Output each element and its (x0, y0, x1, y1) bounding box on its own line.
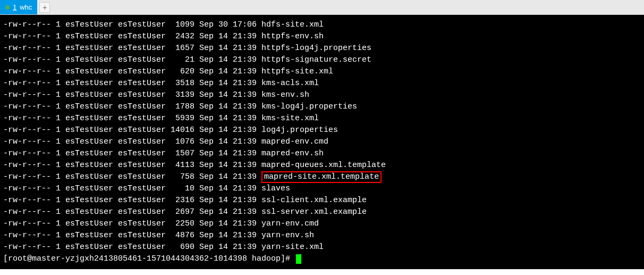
prompt-text: [root@master-yzjgxh2413805461-1571044304… (3, 253, 295, 265)
tab-number: 1 (13, 3, 16, 11)
file-listing-line: -rw-r--r-- 1 esTestUser esTestUser 2250 … (3, 218, 641, 230)
file-listing-line: -rw-r--r-- 1 esTestUser esTestUser 21 Se… (3, 54, 641, 66)
cursor-icon (296, 254, 301, 264)
tab-whc[interactable]: 1 whc (0, 0, 37, 14)
file-listing-line: -rw-r--r-- 1 esTestUser esTestUser 1507 … (3, 148, 641, 160)
file-listing-line: -rw-r--r-- 1 esTestUser esTestUser 4876 … (3, 230, 641, 241)
highlighted-filename: mapred-site.xml.template (261, 171, 382, 183)
tab-label: whc (20, 3, 32, 11)
prompt-line[interactable]: [root@master-yzjgxh2413805461-1571044304… (3, 253, 641, 265)
status-dot-icon (5, 5, 10, 10)
file-listing-line: -rw-r--r-- 1 esTestUser esTestUser 1099 … (3, 19, 641, 31)
file-listing-line: -rw-r--r-- 1 esTestUser esTestUser 2697 … (3, 206, 641, 218)
file-listing-line: -rw-r--r-- 1 esTestUser esTestUser 1657 … (3, 43, 641, 54)
file-listing-line: -rw-r--r-- 1 esTestUser esTestUser 1788 … (3, 101, 641, 113)
file-listing-line: -rw-r--r-- 1 esTestUser esTestUser 4113 … (3, 160, 641, 171)
file-listing-line: -rw-r--r-- 1 esTestUser esTestUser 758 S… (3, 171, 641, 183)
file-listing-line: -rw-r--r-- 1 esTestUser esTestUser 3139 … (3, 89, 641, 101)
file-listing-line: -rw-r--r-- 1 esTestUser esTestUser 10 Se… (3, 183, 641, 195)
file-listing-line: -rw-r--r-- 1 esTestUser esTestUser 14016… (3, 124, 641, 136)
file-listing-line: -rw-r--r-- 1 esTestUser esTestUser 620 S… (3, 66, 641, 78)
add-tab-button[interactable]: + (39, 2, 50, 13)
file-listing-line: -rw-r--r-- 1 esTestUser esTestUser 2432 … (3, 31, 641, 43)
file-listing-line: -rw-r--r-- 1 esTestUser esTestUser 1076 … (3, 136, 641, 148)
file-listing-line: -rw-r--r-- 1 esTestUser esTestUser 2316 … (3, 195, 641, 206)
file-listing-line: -rw-r--r-- 1 esTestUser esTestUser 3518 … (3, 78, 641, 89)
terminal-output[interactable]: -rw-r--r-- 1 esTestUser esTestUser 1099 … (0, 15, 644, 269)
tab-bar: 1 whc + (0, 0, 644, 15)
file-listing-line: -rw-r--r-- 1 esTestUser esTestUser 5939 … (3, 113, 641, 124)
file-listing-line: -rw-r--r-- 1 esTestUser esTestUser 690 S… (3, 241, 641, 253)
